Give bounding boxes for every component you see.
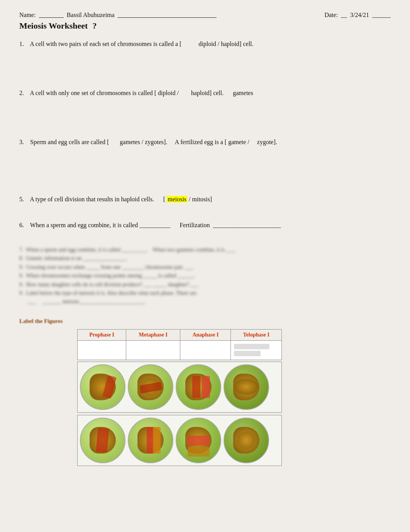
table-cell-2 xyxy=(126,340,180,360)
q1-text: A cell with two pairs of each set of chr… xyxy=(30,41,253,47)
cell-circle-6 xyxy=(128,418,173,463)
col-header-2: Metaphase I xyxy=(126,329,180,340)
question-6: 6. When a sperm and egg combine, it is c… xyxy=(19,220,391,230)
q5-text: A type of cell division that results in … xyxy=(30,196,212,202)
question-2: 2. A cell with only one set of chromosom… xyxy=(19,88,391,98)
cell-circle-7 xyxy=(176,418,221,463)
date-underline2: ______ xyxy=(372,12,391,19)
q3-text: Sperm and egg cells are called [ gametes… xyxy=(30,139,277,145)
q6-number: 6. xyxy=(19,220,29,230)
date-underline: __ xyxy=(341,12,347,19)
cell-circle-4 xyxy=(224,364,269,410)
question-5: 5. A type of cell division that results … xyxy=(19,194,391,204)
cell-circle-3 xyxy=(176,364,221,410)
table-cell-3 xyxy=(180,340,231,360)
q2-text: A cell with only one set of chromosomes … xyxy=(30,90,253,96)
cell-circle-5 xyxy=(80,418,125,463)
date-label: Date: xyxy=(324,12,338,19)
table-cell-4 xyxy=(231,340,282,360)
header: Name: ________ Bassil Abuhuzeima _______… xyxy=(19,12,391,19)
cell-circle-8 xyxy=(224,418,269,463)
col-header-3: Anaphase I xyxy=(180,329,231,340)
figure-container: Prophase I Metaphase I Anaphase I Teloph… xyxy=(77,329,282,466)
question-3: 3. Sperm and egg cells are called [ game… xyxy=(19,137,391,147)
question-1: 1. A cell with two pairs of each set of … xyxy=(19,39,391,49)
q1-number: 1. xyxy=(19,39,29,49)
label-figure-title: Label the Figures xyxy=(19,318,391,325)
cell-circle-2 xyxy=(128,364,173,410)
date-value: 3/24/21 xyxy=(350,12,369,19)
figure-table: Prophase I Metaphase I Anaphase I Teloph… xyxy=(77,329,282,360)
name-underline: ________ xyxy=(39,12,64,19)
name-line: ________________________________ xyxy=(118,12,217,19)
q2-number: 2. xyxy=(19,88,29,98)
col-header-4: Telophase I xyxy=(231,329,282,340)
worksheet-title: Meiosis Worksheet ? xyxy=(19,21,391,31)
col-header-1: Prophase I xyxy=(78,329,126,340)
name-label: Name: xyxy=(19,12,36,19)
q5-number: 5. xyxy=(19,194,29,204)
blurred-content: 7. When a sperm and egg combine, it is c… xyxy=(19,246,391,306)
meiosis-highlight: meiosis xyxy=(167,196,187,202)
name-value: Bassil Abuhuzeima xyxy=(67,12,115,19)
cell-circle-1 xyxy=(80,364,125,410)
q3-number: 3. xyxy=(19,137,29,147)
table-cell-1 xyxy=(78,340,126,360)
q6-text: When a sperm and egg combine, it is call… xyxy=(30,222,281,228)
